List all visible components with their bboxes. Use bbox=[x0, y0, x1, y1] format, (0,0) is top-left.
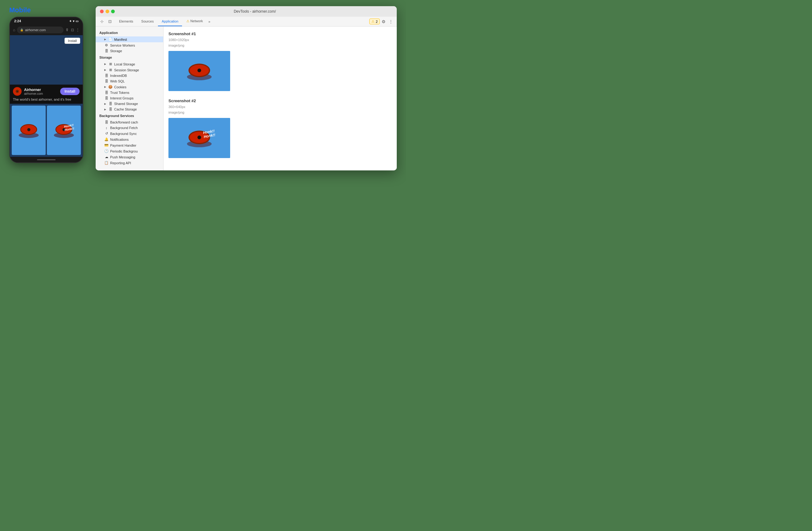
sidebar-item-storage[interactable]: 🗄 Storage bbox=[96, 48, 163, 54]
device-icon[interactable]: ⊡ bbox=[106, 18, 114, 25]
screenshot-2-title: Screenshot #2 bbox=[169, 98, 392, 103]
app-dot bbox=[17, 91, 18, 92]
warning-badge[interactable]: ⚠ 2 bbox=[369, 18, 380, 24]
app-icon-inner bbox=[15, 89, 20, 94]
bg-fetch-icon: ↕ bbox=[104, 126, 108, 130]
screenshot-2-type: image/png bbox=[169, 111, 392, 114]
arrow-icon: ▶ bbox=[104, 38, 106, 41]
tab-icons-group: ⊹ ⊡ bbox=[98, 18, 114, 25]
screenshot-1-image[interactable] bbox=[169, 51, 230, 91]
settings-icon[interactable]: ⚙ bbox=[380, 18, 387, 25]
phone-install-banner: Airhorner airhorner.com Install The worl… bbox=[10, 85, 83, 104]
sidebar-item-payment[interactable]: 💳 Payment Handler bbox=[96, 142, 163, 148]
phone-screenshot-1 bbox=[12, 106, 46, 155]
sidebar-item-trust-tokens[interactable]: 🗄 Trust Tokens bbox=[96, 90, 163, 95]
devtools-sidebar: Application ▶ 📄 Manifest ⚙ Service Worke… bbox=[96, 27, 163, 170]
app-name: Airhorner bbox=[24, 88, 43, 92]
sidebar-item-service-workers[interactable]: ⚙ Service Workers bbox=[96, 42, 163, 48]
phone-url-field[interactable]: 🔒 airhorner.com bbox=[17, 27, 63, 33]
home-bar-pill bbox=[37, 159, 56, 160]
warning-icon: ⚠ bbox=[372, 19, 375, 24]
phone-time: 2:24 bbox=[14, 19, 21, 23]
storage-icon: 🗄 bbox=[104, 49, 108, 53]
gear-icon: ⚙ bbox=[104, 43, 108, 47]
payment-icon: 💳 bbox=[104, 143, 108, 147]
shared-storage-icon: 🗄 bbox=[108, 102, 113, 106]
minimize-button[interactable] bbox=[105, 10, 109, 13]
devtools-titlebar: DevTools - airhorner.com/ bbox=[96, 6, 397, 17]
screenshot-2-dimensions: 360×640px bbox=[169, 105, 392, 109]
honk-text-ss2: Honk!!Honk!! bbox=[203, 129, 216, 139]
interest-groups-icon: 🗄 bbox=[104, 96, 108, 100]
periodic-bg-icon: 🕐 bbox=[104, 149, 108, 153]
cookies-icon: 🍪 bbox=[108, 85, 113, 89]
screenshot-2-image[interactable]: Honk!!Honk!! bbox=[169, 118, 230, 158]
local-storage-icon: ⊞ bbox=[108, 62, 113, 66]
sidebar-item-indexeddb[interactable]: 🗄 IndexedDB bbox=[96, 73, 163, 79]
cursor-icon[interactable]: ⊹ bbox=[98, 18, 105, 25]
sidebar-item-bg-sync[interactable]: ↺ Background Sync bbox=[96, 130, 163, 137]
sidebar-item-periodic-bg[interactable]: 🕐 Periodic Backgrou bbox=[96, 148, 163, 154]
tab-icon: ⊡ bbox=[71, 28, 74, 32]
phone-status-icons: ✦ ▾ ▭ bbox=[69, 19, 78, 23]
mobile-label: Mobile bbox=[9, 6, 31, 14]
app-tagline: The world's best airhorner, and it's fre… bbox=[13, 98, 79, 101]
sidebar-item-manifest[interactable]: ▶ 📄 Manifest bbox=[96, 37, 163, 42]
phone-url-text: airhorner.com bbox=[25, 28, 46, 32]
arrow-icon-shared: ▶ bbox=[104, 102, 106, 105]
sidebar-item-cookies[interactable]: ▶ 🍪 Cookies bbox=[96, 84, 163, 90]
screenshot-2-meta: 360×640px image/png bbox=[169, 105, 392, 115]
phone-status-bar: 2:24 ✦ ▾ ▭ bbox=[10, 17, 83, 25]
sidebar-item-cache-storage[interactable]: ▶ 🗄 Cache Storage bbox=[96, 107, 163, 112]
menu-icon: ⋮ bbox=[76, 28, 79, 32]
screenshot-1-type: image/png bbox=[169, 43, 392, 47]
phone-screenshots-row: Honk!! Honk!! bbox=[10, 104, 83, 157]
sidebar-item-notifications[interactable]: 🔔 Notifications bbox=[96, 137, 163, 142]
battery-icon: ▭ bbox=[76, 19, 78, 23]
tab-sources[interactable]: Sources bbox=[137, 17, 157, 26]
devtools-window: DevTools - airhorner.com/ ⊹ ⊡ Elements S… bbox=[96, 6, 397, 170]
sidebar-item-back-forward[interactable]: 🗄 Back/forward cach bbox=[96, 120, 163, 125]
bg-sync-icon: ↺ bbox=[104, 131, 108, 136]
close-button[interactable] bbox=[100, 10, 104, 13]
phone-home-bar bbox=[10, 157, 83, 163]
airhorn-body bbox=[20, 124, 37, 135]
maximize-button[interactable] bbox=[111, 10, 115, 13]
sidebar-item-interest-groups[interactable]: 🗄 Interest Groups bbox=[96, 95, 163, 101]
screenshot-1-meta: 1080×1920px image/png bbox=[169, 38, 392, 48]
app-domain: airhorner.com bbox=[24, 92, 43, 95]
install-button-top[interactable]: Install bbox=[64, 38, 80, 44]
sidebar-item-session-storage[interactable]: ▶ ⊞ Session Storage bbox=[96, 67, 163, 73]
sidebar-section-background: Background Services bbox=[96, 112, 163, 120]
devtools-main-panel: Screenshot #1 1080×1920px image/png Sc bbox=[163, 27, 397, 170]
sidebar-item-shared-storage[interactable]: ▶ 🗄 Shared Storage bbox=[96, 101, 163, 107]
notifications-icon: 🔔 bbox=[104, 137, 108, 141]
sidebar-item-reporting-api[interactable]: 📋 Reporting API bbox=[96, 160, 163, 166]
sidebar-item-local-storage[interactable]: ▶ ⊞ Local Storage bbox=[96, 61, 163, 67]
wifi-icon: ▾ bbox=[73, 19, 74, 23]
tab-elements[interactable]: Elements bbox=[115, 17, 137, 26]
more-options-icon[interactable]: ⋮ bbox=[388, 18, 394, 25]
sidebar-item-bg-fetch[interactable]: ↕ Background Fetch bbox=[96, 125, 163, 130]
devtools-body: Application ▶ 📄 Manifest ⚙ Service Worke… bbox=[96, 27, 397, 170]
bluetooth-icon: ✦ bbox=[69, 19, 72, 23]
airhorn-graphic-1 bbox=[18, 123, 40, 138]
screenshot-1-section: Screenshot #1 1080×1920px image/png bbox=[169, 31, 392, 91]
screenshot-1-dimensions: 1080×1920px bbox=[169, 38, 392, 42]
traffic-lights bbox=[100, 10, 115, 13]
airhorn-graphic-2: Honk!! Honk!! bbox=[53, 123, 75, 138]
tab-application[interactable]: Application bbox=[158, 17, 182, 26]
more-tabs-icon[interactable]: » bbox=[207, 20, 211, 24]
install-button-banner[interactable]: Install bbox=[60, 88, 79, 95]
mobile-section: Mobile 2:24 ✦ ▾ ▭ ⌂ 🔒 airhorner.com 🎙 ⊡ … bbox=[9, 6, 83, 163]
sidebar-item-websql[interactable]: 🗄 Web SQL bbox=[96, 79, 163, 84]
install-banner-top-row: Airhorner airhorner.com Install bbox=[13, 87, 79, 96]
ss-center-2 bbox=[198, 136, 201, 139]
screenshot-2-airhorn: Honk!!Honk!! bbox=[185, 129, 213, 147]
devtools-tabs: ⊹ ⊡ Elements Sources Application ⚠ Netwo… bbox=[96, 17, 397, 27]
devtools-title: DevTools - airhorner.com/ bbox=[117, 9, 392, 14]
arrow-icon-cookies: ▶ bbox=[104, 85, 106, 88]
tab-network[interactable]: ⚠ Network bbox=[183, 17, 206, 26]
sidebar-item-push-messaging[interactable]: ☁ Push Messaging bbox=[96, 154, 163, 160]
phone-url-bar: ⌂ 🔒 airhorner.com 🎙 ⊡ ⋮ bbox=[10, 25, 83, 35]
